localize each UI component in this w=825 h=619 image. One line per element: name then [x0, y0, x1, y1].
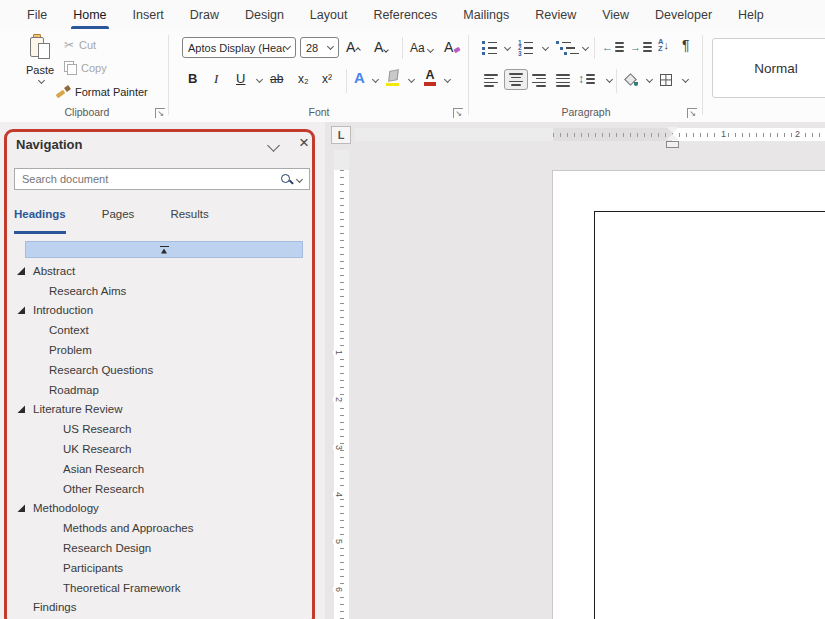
- nav-tab-pages[interactable]: Pages: [102, 208, 135, 228]
- nav-heading-other-research[interactable]: Other Research: [0, 479, 318, 499]
- nav-tab-headings[interactable]: Headings: [14, 208, 66, 228]
- nav-heading-participants[interactable]: Participants: [0, 558, 318, 578]
- underline-button[interactable]: U: [236, 71, 245, 86]
- horizontal-ruler[interactable]: 1 2: [355, 128, 825, 141]
- nav-tab-results[interactable]: Results: [170, 208, 208, 228]
- shading-button[interactable]: [624, 73, 638, 86]
- strikethrough-button[interactable]: ab: [270, 72, 283, 86]
- highlight-button[interactable]: [386, 70, 401, 86]
- nav-heading-uk-research[interactable]: UK Research: [0, 439, 318, 459]
- collapse-triangle-icon[interactable]: [17, 306, 25, 314]
- collapse-triangle-icon[interactable]: [17, 267, 25, 275]
- nav-heading-research-questions[interactable]: Research Questions: [0, 360, 318, 380]
- italic-button[interactable]: I: [214, 71, 218, 87]
- pane-options-chevron-icon[interactable]: [267, 139, 280, 152]
- sort-button[interactable]: AZ ↓: [658, 38, 669, 52]
- ribbon-tab-home[interactable]: Home: [60, 0, 119, 29]
- change-case-button[interactable]: Aa: [410, 41, 433, 55]
- nav-heading-asian-research[interactable]: Asian Research: [0, 459, 318, 479]
- pane-close-icon[interactable]: ×: [299, 134, 309, 152]
- nav-heading-methodology[interactable]: Methodology: [0, 499, 318, 519]
- font-color-button[interactable]: A: [424, 70, 436, 86]
- copy-button[interactable]: Copy: [64, 61, 107, 74]
- ribbon-tab-mailings[interactable]: Mailings: [450, 0, 522, 29]
- nav-heading-roadmap[interactable]: Roadmap: [0, 380, 318, 400]
- nav-heading-findings[interactable]: Findings: [0, 598, 318, 618]
- ribbon-tab-draw[interactable]: Draw: [177, 0, 232, 29]
- borders-dropdown-icon[interactable]: [682, 76, 689, 83]
- align-left-button[interactable]: [484, 74, 498, 87]
- shrink-font-button[interactable]: A: [374, 39, 388, 55]
- first-line-indent-icon[interactable]: [666, 127, 679, 133]
- ribbon-tab-layout[interactable]: Layout: [297, 0, 361, 29]
- justify-button[interactable]: [556, 74, 570, 87]
- ribbon-tab-design[interactable]: Design: [232, 0, 297, 29]
- cut-button[interactable]: ✂ Cut: [64, 38, 96, 52]
- bullets-button[interactable]: [482, 41, 497, 55]
- search-dropdown-icon[interactable]: [296, 175, 303, 182]
- clear-formatting-button[interactable]: A: [444, 39, 460, 55]
- subscript-button[interactable]: x₂: [298, 72, 309, 86]
- nav-heading-research-design[interactable]: Research Design: [0, 538, 318, 558]
- nav-heading-context[interactable]: Context: [0, 320, 318, 340]
- paste-dropdown-icon[interactable]: [38, 77, 45, 84]
- font-size-dropdown-icon[interactable]: [327, 43, 334, 50]
- line-spacing-dropdown-icon[interactable]: [606, 76, 613, 83]
- superscript-button[interactable]: x²: [322, 72, 332, 86]
- ribbon-tab-help[interactable]: Help: [725, 0, 777, 29]
- numbering-button[interactable]: 1 2 3: [518, 41, 533, 55]
- collapse-triangle-icon[interactable]: [17, 405, 25, 413]
- text-effects-dropdown-icon[interactable]: [372, 76, 379, 83]
- text-effects-button[interactable]: A: [354, 69, 365, 86]
- grow-font-button[interactable]: A: [346, 39, 360, 55]
- bold-button[interactable]: B: [188, 71, 197, 86]
- font-dialog-launcher-icon[interactable]: ↘: [453, 108, 463, 118]
- borders-button[interactable]: [660, 74, 672, 86]
- nav-heading-research-aims[interactable]: Research Aims: [0, 281, 318, 301]
- underline-dropdown-icon[interactable]: [256, 76, 263, 83]
- collapse-triangle-icon[interactable]: [17, 504, 25, 512]
- font-size-combo[interactable]: 28: [300, 37, 339, 58]
- align-center-button[interactable]: [504, 69, 528, 90]
- indent-markers[interactable]: [666, 127, 679, 148]
- paragraph-dialog-launcher-icon[interactable]: ↘: [687, 108, 697, 118]
- left-indent-icon[interactable]: [666, 141, 679, 148]
- search-icon[interactable]: [280, 173, 293, 186]
- nav-heading-literature-review[interactable]: Literature Review: [0, 400, 318, 420]
- increase-indent-button[interactable]: →: [630, 41, 652, 53]
- multilevel-dropdown-icon[interactable]: [582, 44, 589, 51]
- nav-heading-theoretical-framework[interactable]: Theoretical Framework: [0, 578, 318, 598]
- nav-heading-introduction[interactable]: Introduction: [0, 301, 318, 321]
- font-name-combo[interactable]: Aptos Display (Head: [182, 37, 296, 58]
- bullets-dropdown-icon[interactable]: [504, 44, 511, 51]
- numbering-dropdown-icon[interactable]: [542, 44, 549, 51]
- style-normal-card[interactable]: Normal: [712, 38, 825, 98]
- line-spacing-button[interactable]: ↕: [578, 72, 595, 86]
- clipboard-dialog-launcher-icon[interactable]: ↘: [155, 108, 165, 118]
- document-page[interactable]: [552, 170, 825, 619]
- show-marks-button[interactable]: ¶: [682, 37, 690, 53]
- nav-heading-problem[interactable]: Problem: [0, 340, 318, 360]
- align-right-button[interactable]: [532, 74, 546, 87]
- format-painter-button[interactable]: Format Painter: [56, 85, 148, 98]
- jump-to-top-item[interactable]: [25, 241, 303, 258]
- nav-heading-methods-and-approaches[interactable]: Methods and Approaches: [0, 518, 318, 538]
- ribbon-tab-insert[interactable]: Insert: [120, 0, 177, 29]
- ribbon-tab-developer[interactable]: Developer: [642, 0, 725, 29]
- nav-heading-us-research[interactable]: US Research: [0, 419, 318, 439]
- ribbon-tab-file[interactable]: File: [14, 0, 60, 29]
- highlight-dropdown-icon[interactable]: [408, 76, 415, 83]
- vertical-ruler[interactable]: 123456: [334, 150, 349, 619]
- font-color-dropdown-icon[interactable]: [444, 76, 451, 83]
- change-case-dropdown-icon[interactable]: [427, 46, 434, 53]
- ribbon-tab-references[interactable]: References: [360, 0, 450, 29]
- shading-dropdown-icon[interactable]: [646, 76, 653, 83]
- search-input[interactable]: [15, 173, 280, 185]
- ribbon-tab-view[interactable]: View: [589, 0, 642, 29]
- tab-stop-selector[interactable]: L: [331, 126, 351, 144]
- ribbon-tab-review[interactable]: Review: [522, 0, 589, 29]
- nav-heading-abstract[interactable]: Abstract: [0, 261, 318, 281]
- multilevel-list-button[interactable]: [556, 41, 579, 55]
- hanging-indent-icon[interactable]: [666, 134, 679, 140]
- decrease-indent-button[interactable]: ←: [602, 41, 624, 53]
